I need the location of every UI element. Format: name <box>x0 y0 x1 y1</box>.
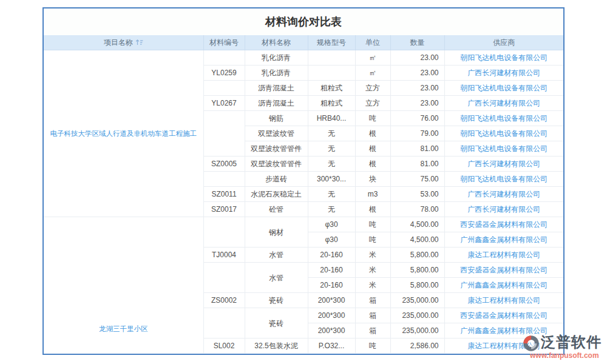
quantity-cell: 235,000.00 <box>390 308 444 323</box>
supplier-link[interactable]: 康达工程材料有限公司 <box>444 248 563 263</box>
unit-cell: 根 <box>355 202 390 217</box>
spec-cell: 20-160 <box>308 263 355 278</box>
supplier-link[interactable]: 广州鑫鑫金属材料有限公司 <box>444 232 563 248</box>
material-code-cell: YL0259 <box>203 66 245 81</box>
fanpu-logo-icon <box>522 334 540 352</box>
spec-cell <box>308 66 355 81</box>
unit-cell: ㎡ <box>355 66 390 81</box>
spec-cell: φ30 <box>308 232 355 248</box>
supplier-link[interactable]: 朝阳飞达机电设备有限公司 <box>444 126 563 141</box>
unit-cell: 箱 <box>355 293 390 308</box>
unit-cell: 根 <box>355 157 390 172</box>
supplier-link[interactable]: 广西长河建材有限公司 <box>444 202 563 217</box>
project-name-link[interactable]: 龙湖三千里小区 <box>44 217 203 354</box>
spec-cell: φ30 <box>308 217 355 232</box>
spec-cell: 300*30... <box>308 172 355 187</box>
column-header-qty: 数量 <box>390 35 444 50</box>
material-code-cell: SZ0017 <box>203 202 245 217</box>
table-header: 项目名称材料编号材料名称规格型号单位数量供应商 <box>44 35 563 50</box>
unit-cell: m3 <box>355 187 390 202</box>
quantity-cell: 23.00 <box>390 81 444 96</box>
supplier-link[interactable]: 西安盛器金属材料有限公司 <box>444 263 563 278</box>
spec-cell: 无 <box>308 187 355 202</box>
unit-cell: 根 <box>355 126 390 141</box>
unit-cell: 米 <box>355 248 390 263</box>
supplier-link[interactable]: 朝阳飞达机电设备有限公司 <box>444 81 563 96</box>
quantity-cell: 76.00 <box>390 111 444 126</box>
unit-cell: 箱 <box>355 308 390 323</box>
material-name-cell: 步道砖 <box>245 172 308 187</box>
project-name-link[interactable]: 电子科技大学区域人行道及非机动车道工程施工 <box>44 50 203 217</box>
material-name-cell: 钢材 <box>245 217 308 248</box>
column-header-spec: 规格型号 <box>308 35 355 50</box>
supplier-link[interactable]: 西安盛器金属材料有限公司 <box>444 308 563 323</box>
material-code-cell <box>203 308 245 339</box>
material-code-cell: TJ0004 <box>203 248 245 263</box>
spec-cell: 无 <box>308 202 355 217</box>
column-header-project[interactable]: 项目名称 <box>44 35 203 50</box>
material-name-cell: 双壁波纹管管件 <box>245 157 308 172</box>
material-name-cell: 水管 <box>245 248 308 263</box>
supplier-link[interactable]: 西安盛器金属材料有限公司 <box>444 217 563 232</box>
quantity-cell: 4,500.00 <box>390 232 444 248</box>
material-code-cell: SL002 <box>203 339 245 354</box>
quantity-cell: 2,586.00 <box>390 339 444 354</box>
quantity-cell: 75.00 <box>390 172 444 187</box>
sort-icon[interactable] <box>135 39 143 46</box>
spec-cell <box>308 50 355 66</box>
material-code-cell <box>203 111 245 157</box>
material-name-cell: 瓷砖 <box>245 293 308 308</box>
spec-cell: P.O32... <box>308 339 355 354</box>
supplier-link[interactable]: 广西长河建材有限公司 <box>444 66 563 81</box>
quantity-cell: 78.00 <box>390 202 444 217</box>
material-name-cell: 双壁波纹管 <box>245 126 308 141</box>
material-code-cell <box>203 217 245 248</box>
quantity-cell: 5,800.00 <box>390 263 444 278</box>
quantity-cell: 23.00 <box>390 66 444 81</box>
material-name-cell: 乳化沥青 <box>245 50 308 66</box>
quantity-cell: 53.00 <box>390 187 444 202</box>
supplier-link[interactable]: 广州鑫鑫金属材料有限公司 <box>444 278 563 293</box>
spec-cell: 200*300 <box>308 293 355 308</box>
material-code-cell <box>203 263 245 293</box>
spec-cell: 无 <box>308 157 355 172</box>
material-name-cell: 沥青混凝土 <box>245 81 308 96</box>
unit-cell: 吨 <box>355 217 390 232</box>
unit-cell: 立方 <box>355 96 390 111</box>
material-code-cell: SZ0011 <box>203 187 245 202</box>
spec-cell: 200*300 <box>308 308 355 323</box>
unit-cell: 吨 <box>355 339 390 354</box>
spec-cell: 20-160 <box>308 278 355 293</box>
supplier-link[interactable]: 朝阳飞达机电设备有限公司 <box>444 141 563 157</box>
unit-cell: ㎡ <box>355 50 390 66</box>
material-name-cell: 双壁波纹管管件 <box>245 141 308 157</box>
material-code-cell <box>203 172 245 187</box>
supplier-link[interactable]: 广西长河建材有限公司 <box>444 187 563 202</box>
supplier-link[interactable]: 朝阳飞达机电设备有限公司 <box>444 111 563 126</box>
spec-cell: 粗粒式 <box>308 96 355 111</box>
unit-cell: 立方 <box>355 81 390 96</box>
supplier-link[interactable]: 康达工程材料有限公司 <box>444 293 563 308</box>
spec-cell: 200*300 <box>308 323 355 339</box>
spec-cell: 无 <box>308 141 355 157</box>
supplier-link[interactable]: 广西长河建材有限公司 <box>444 96 563 111</box>
table-row: 电子科技大学区域人行道及非机动车道工程施工乳化沥青㎡23.00朝阳飞达机电设备有… <box>44 50 563 66</box>
material-name-cell: 砼管 <box>245 202 308 217</box>
comparison-table: 项目名称材料编号材料名称规格型号单位数量供应商 电子科技大学区域人行道及非机动车… <box>44 35 563 353</box>
watermark-url: www.fanpusoft.com <box>530 351 599 360</box>
quantity-cell: 23.00 <box>390 96 444 111</box>
unit-cell: 箱 <box>355 323 390 339</box>
supplier-link[interactable]: 朝阳飞达机电设备有限公司 <box>444 172 563 187</box>
column-header-name: 材料名称 <box>245 35 308 50</box>
supplier-link[interactable]: 广西长河建材有限公司 <box>444 157 563 172</box>
material-name-cell: 沥青混凝土 <box>245 96 308 111</box>
unit-cell: 根 <box>355 141 390 157</box>
quantity-cell: 81.00 <box>390 141 444 157</box>
supplier-link[interactable]: 朝阳飞达机电设备有限公司 <box>444 50 563 66</box>
material-name-cell: 钢筋 <box>245 111 308 126</box>
quantity-cell: 23.00 <box>390 50 444 66</box>
spec-cell: 20-160 <box>308 248 355 263</box>
column-header-supplier: 供应商 <box>444 35 563 50</box>
column-header-code: 材料编号 <box>203 35 245 50</box>
table-row: 龙湖三千里小区钢材φ30吨4,500.00西安盛器金属材料有限公司 <box>44 217 563 232</box>
